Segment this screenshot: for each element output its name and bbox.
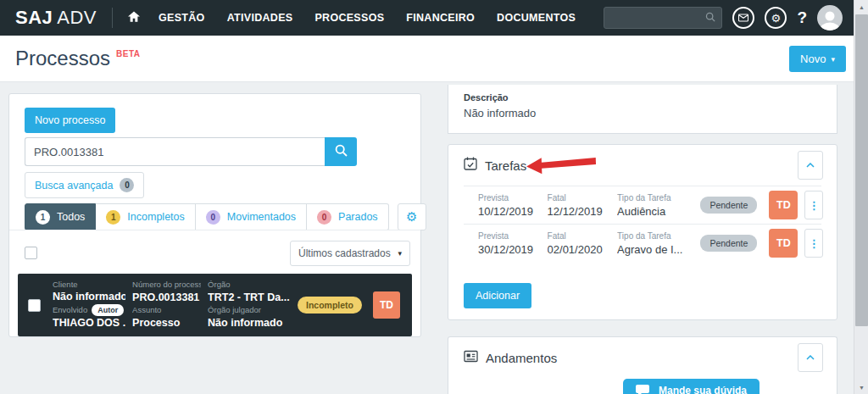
task-fatal: Fatal 02/01/2020: [548, 230, 618, 258]
task-fatal: Fatal 12/12/2019: [548, 191, 618, 219]
andamentos-card-header: Andamentos: [448, 337, 837, 378]
search-submit-button[interactable]: [325, 137, 357, 166]
annotation-arrow: [526, 154, 598, 178]
description-value: Não informado: [464, 107, 821, 119]
gear-icon: ⚙: [406, 209, 417, 225]
page-title: Processos: [15, 47, 110, 70]
tab-incompletos-label: Incompletos: [127, 211, 184, 223]
nav-item-processos[interactable]: PROCESSOS: [314, 12, 384, 24]
gear-icon: ⚙: [771, 13, 782, 24]
tab-todos-count: 1: [36, 210, 50, 225]
tab-incompletos-count: 1: [106, 210, 120, 225]
new-process-button[interactable]: Novo processo: [25, 108, 115, 133]
tarefas-title: Tarefas: [485, 158, 526, 173]
tab-incompletos[interactable]: 1 Incompletos: [96, 203, 195, 230]
tarefas-card-header: Tarefas: [448, 145, 837, 186]
tarefas-collapse-button[interactable]: [798, 151, 823, 180]
select-all-checkbox[interactable]: [25, 247, 37, 259]
advanced-search-button[interactable]: Busca avançada 0: [25, 172, 144, 198]
nav-item-atividades[interactable]: ATIVIDADES: [227, 12, 293, 24]
cliente-value: Não informado: [53, 290, 125, 304]
task-menu-button[interactable]: ⋮: [804, 229, 823, 258]
task-status-badge: Pendente: [700, 197, 757, 214]
page-header: Processos BETA Novo ▾: [0, 36, 868, 82]
orgao-julgador-value: Não informado: [208, 316, 291, 330]
task-menu-button[interactable]: ⋮: [804, 191, 823, 219]
tipo-value: Audiência: [617, 204, 700, 219]
scroll-down-arrow[interactable]: ▼: [854, 380, 868, 394]
nav-item-gestao[interactable]: GESTÃO: [159, 12, 205, 24]
calendar-check-icon: [464, 157, 477, 174]
fatal-label: Fatal: [548, 230, 618, 242]
search-icon: [335, 144, 348, 159]
settings-button[interactable]: ⚙: [765, 7, 787, 29]
tab-parados[interactable]: 0 Parados: [307, 203, 389, 230]
task-row[interactable]: Prevista 10/12/2019 Fatal 12/12/2019 Tip…: [448, 186, 837, 224]
scroll-up-arrow[interactable]: ▲: [854, 0, 868, 14]
result-column-cliente: Cliente Não informado Envolvido Autor TH…: [53, 280, 125, 331]
process-result-row[interactable]: Cliente Não informado Envolvido Autor TH…: [18, 274, 412, 336]
kebab-menu-icon: ⋮: [809, 237, 820, 250]
add-task-button[interactable]: Adicionar: [464, 283, 531, 308]
tarefas-card: Tarefas Prevista 10/12/2019 Fatal 12/12/…: [448, 144, 837, 320]
task-row[interactable]: Prevista 30/12/2019 Fatal 02/01/2020 Tip…: [448, 225, 837, 262]
orgao-value: TRT2 - TRT Da...: [208, 291, 291, 305]
home-icon: [128, 10, 140, 25]
andamentos-collapse-button[interactable]: [798, 343, 823, 372]
description-card: Descrição Não informado: [448, 85, 837, 134]
speech-bubble-icon: [636, 385, 649, 394]
chevron-down-icon: ▾: [398, 249, 402, 258]
list-divider: [9, 230, 420, 230]
brand-logo[interactable]: SAJ ADV: [15, 7, 97, 29]
nav-home-button[interactable]: [128, 10, 140, 25]
task-avatar[interactable]: TD: [769, 191, 798, 219]
result-column-processo: Número do processo PRO.0013381 ... Assun…: [132, 280, 201, 330]
cliente-label: Cliente: [53, 280, 125, 291]
fatal-value: 12/12/2019: [548, 204, 618, 219]
numero-value: PRO.0013381 ...: [132, 291, 201, 305]
browser-scrollbar[interactable]: ▲ ▼: [854, 0, 868, 394]
prevista-value: 30/12/2019: [478, 242, 548, 258]
prevista-value: 10/12/2019: [478, 204, 548, 219]
person-icon: [817, 8, 843, 31]
tab-todos[interactable]: 1 Todos: [25, 203, 96, 230]
autor-badge: Autor: [92, 304, 124, 316]
task-tipo: Tipo da Tarefa Agravo de I...: [617, 230, 700, 258]
task-prevista: Prevista 10/12/2019: [478, 191, 548, 219]
kebab-menu-icon: ⋮: [809, 199, 820, 212]
search-icon: [705, 10, 715, 25]
nav-item-documentos[interactable]: DOCUMENTOS: [497, 12, 576, 24]
sort-order-select[interactable]: Últimos cadastrados ▾: [290, 241, 410, 266]
nav-item-financeiro[interactable]: FINANCEIRO: [406, 12, 475, 24]
chevron-up-icon: [806, 355, 815, 360]
task-prevista: Prevista 30/12/2019: [478, 230, 548, 258]
help-button[interactable]: ?: [797, 8, 807, 27]
chevron-down-icon: ▾: [831, 55, 835, 64]
chat-help-button[interactable]: Mande sua dúvida: [623, 379, 760, 394]
orgao-julgador-label: Órgão julgador: [208, 305, 291, 316]
filter-settings-button[interactable]: ⚙: [398, 203, 426, 230]
task-avatar[interactable]: TD: [769, 229, 798, 258]
scrollbar-thumb[interactable]: [855, 14, 868, 326]
tab-todos-label: Todos: [57, 211, 85, 223]
process-search-row: [25, 137, 357, 166]
global-search-input[interactable]: [604, 7, 722, 29]
process-list-panel: Novo processo Busca avançada 0 1 Todos 1…: [8, 93, 421, 337]
responsible-avatar[interactable]: TD: [373, 291, 400, 319]
row-checkbox[interactable]: [28, 299, 41, 312]
top-navbar: SAJ ADV GESTÃO ATIVIDADES PROCESSOS FINA…: [0, 0, 868, 36]
tipo-label: Tipo da Tarefa: [617, 191, 700, 204]
andamentos-title: Andamentos: [486, 351, 557, 365]
nav-menu: GESTÃO ATIVIDADES PROCESSOS FINANCEIRO D…: [159, 12, 576, 24]
envolvido-value: THIAGO DOS ...: [53, 316, 125, 330]
tab-movimentados[interactable]: 0 Movimentados: [196, 203, 307, 230]
new-dropdown-button[interactable]: Novo ▾: [789, 46, 846, 72]
messages-button[interactable]: [732, 7, 754, 29]
envolvido-label-text: Envolvido: [53, 305, 87, 316]
sort-order-value: Últimos cadastrados: [298, 247, 391, 259]
user-avatar[interactable]: [817, 5, 843, 31]
process-search-input[interactable]: [25, 137, 325, 166]
new-dropdown-label: Novo: [800, 53, 826, 65]
tab-movimentados-label: Movimentados: [227, 211, 296, 223]
filter-tabs: 1 Todos 1 Incompletos 0 Movimentados 0 P…: [25, 203, 426, 230]
